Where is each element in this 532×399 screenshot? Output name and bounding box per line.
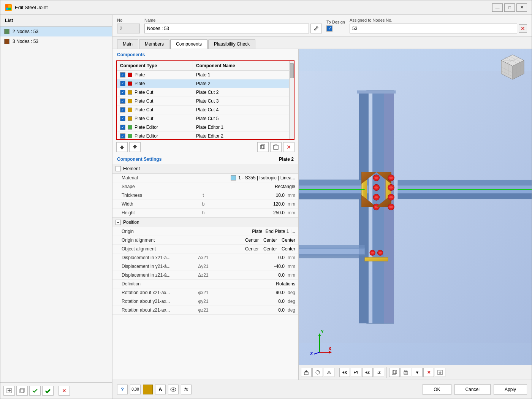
obal-value3: Center [282,246,295,252]
row-name-cell: Plate Cut 5 [193,114,289,123]
row-checkbox[interactable] [120,116,125,121]
svg-point-40 [374,196,378,198]
shape-value: Rectangle [275,184,295,189]
orientation-cube[interactable] [497,53,528,84]
view-btn-export[interactable] [435,368,445,377]
main-window: Edit Steel Joint — □ ✕ List 2 Nodes : 53… [0,0,532,399]
row-checkbox[interactable] [120,90,125,95]
svg-point-102 [173,388,174,390]
clear-assigned-button[interactable]: ✕ [519,24,527,33]
oa-value2: Center [263,238,277,243]
view-btn-x[interactable]: +X [339,368,350,377]
svg-rect-29 [398,180,532,185]
table-row[interactable]: Plate Plate 2 [117,79,289,88]
svg-rect-17 [275,145,277,146]
view-btn-home[interactable] [301,368,312,377]
footer-separator [56,387,56,394]
svg-marker-89 [304,370,309,372]
table-row[interactable]: Plate Cut Plate Cut 2 [117,88,289,97]
cancel-button[interactable]: Cancel [454,384,491,395]
svg-text:X: X [328,346,331,352]
copy-component-button[interactable] [257,142,269,152]
table-row[interactable]: Plate Cut Plate Cut 3 [117,97,289,106]
expand-element-icon[interactable]: − [116,166,121,171]
toolbar-divider [337,367,337,378]
view-btn-copy-view[interactable] [389,368,400,377]
name-input[interactable] [144,24,309,33]
tab-components[interactable]: Components [170,39,207,49]
to-design-checkbox[interactable] [326,25,332,32]
delete-list-button[interactable]: ✕ [59,386,70,396]
no-input[interactable] [117,24,140,33]
shape-values: Rectangle [209,184,295,189]
row-color [128,125,132,130]
row-checkbox[interactable] [120,98,125,104]
expand-position-icon[interactable]: − [116,220,121,225]
components-section: Components Component Type Component Name [112,49,298,154]
svg-point-51 [389,196,393,198]
close-button[interactable]: ✕ [516,3,527,12]
row-name-label: Plate 1 [196,72,210,78]
ok-button[interactable]: OK [423,384,451,395]
view-btn-delete[interactable]: ✕ [423,368,434,377]
check2-list-button[interactable] [42,386,54,396]
table-row[interactable]: Plate Editor Plate Editor 1 [117,123,289,132]
scrollbar-track[interactable] [289,61,294,139]
copy-list-button[interactable] [16,386,28,396]
apply-button[interactable]: Apply [494,384,527,395]
move-up-button[interactable] [116,142,128,152]
bottom-right: OK Cancel Apply [423,384,527,395]
list-item[interactable]: 3 Nodes : 53 [0,36,112,46]
disp-x-unit: Δx21 [198,255,209,260]
paste-component-button[interactable] [270,142,282,152]
maximize-button[interactable]: □ [504,3,515,12]
svg-rect-15 [261,145,265,148]
rot-z-value: 0.0 [262,307,285,313]
formula-button[interactable]: fx [181,385,192,394]
svg-rect-3 [8,8,11,10]
table-row[interactable]: Plate Cut Plate Cut 5 [117,114,289,123]
delete-component-button[interactable]: ✕ [283,142,294,152]
tab-main[interactable]: Main [117,39,138,49]
view-btn-neg-z[interactable]: -Z [374,368,384,377]
tab-members[interactable]: Members [139,39,169,49]
units-button[interactable]: 0,00 [130,385,141,394]
row-type-cell: Plate [117,71,193,79]
list-item[interactable]: 2 Nodes : 53 [0,27,112,36]
view-btn-arrow-print[interactable]: ▼ [412,368,423,377]
assigned-input[interactable] [350,24,517,33]
table-row[interactable]: Plate Editor Plate Editor 2 [117,132,289,139]
move-down-button[interactable] [129,142,141,152]
row-checkbox[interactable] [120,107,125,112]
help-button[interactable]: ? [117,385,128,394]
table-row[interactable]: Plate Plate 1 [117,71,289,79]
svg-text:Y: Y [321,329,324,334]
minimize-button[interactable]: — [492,3,503,12]
disp-x-row: Displacement in x21-â... Δx21 0.0 mm [112,253,298,262]
width-unit: b [198,201,209,207]
row-checkbox[interactable] [120,81,125,86]
view-btn-y[interactable]: +Y [351,368,361,377]
table-row[interactable]: Plate Cut Plate Cut 4 [117,106,289,114]
row-checkbox[interactable] [120,72,125,78]
edit-name-button[interactable] [310,24,322,33]
svg-rect-97 [405,370,407,372]
assigned-label: Assigned to Nodes No. [350,18,527,22]
scrollbar-thumb[interactable] [290,63,294,78]
view-btn-perspective[interactable] [324,368,334,377]
text-style-button[interactable]: A [155,385,166,394]
view-btn-rotate[interactable] [312,368,323,377]
view-btn-print[interactable] [401,368,411,377]
color-button[interactable] [143,385,153,394]
position-group-header[interactable]: − Position [112,218,298,227]
view-btn-z[interactable]: +Z [362,368,373,377]
row-name-label: Plate Cut 4 [196,107,218,112]
row-checkbox[interactable] [120,125,125,130]
visibility-button[interactable] [168,385,179,394]
element-group-header[interactable]: − Element [112,164,298,174]
check-list-button[interactable] [29,386,41,396]
row-checkbox[interactable] [120,133,125,139]
tab-plausibility[interactable]: Plausibility Check [208,39,255,49]
add-list-button[interactable] [3,386,15,396]
row-color [128,81,132,86]
